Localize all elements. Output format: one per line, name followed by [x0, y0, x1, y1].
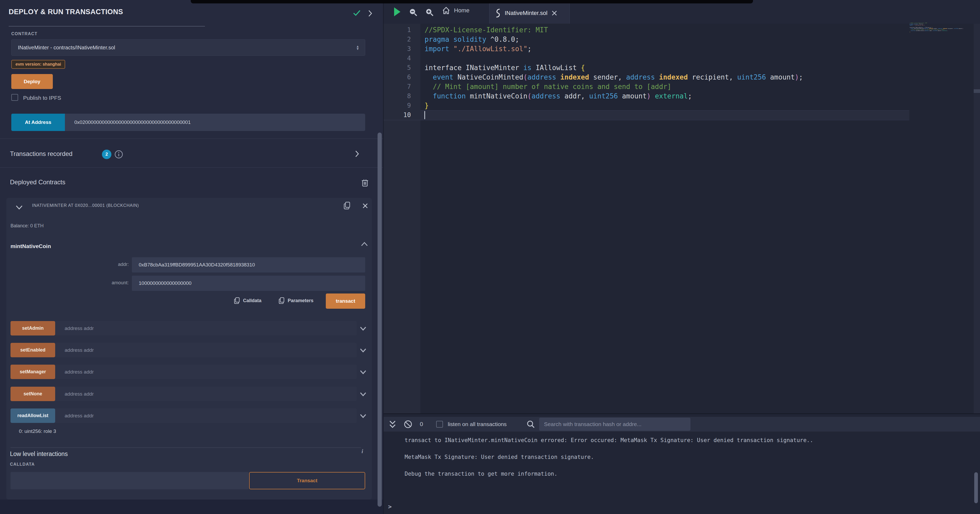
solidity-file-icon [494, 8, 501, 18]
code-area[interactable]: //SPDX-License-Identifier: MITpragma sol… [425, 25, 803, 120]
zoom-out-icon[interactable] [409, 8, 418, 17]
terminal-message: MetaMask Tx Signature: User denied trans… [405, 454, 594, 460]
low-level-divider [11, 447, 361, 448]
home-icon [442, 6, 450, 15]
transactions-count-badge[interactable]: 2 [102, 150, 111, 159]
open-function-name: mintNativeCoin [11, 243, 51, 249]
tab-home[interactable]: Home [442, 6, 469, 15]
setmanager-expand-chevron-icon[interactable] [360, 370, 367, 374]
setnone-arg-input[interactable] [55, 387, 357, 401]
instance-title: INATIVEMINTER AT 0X020...00001 (BLOCKCHA… [32, 203, 139, 208]
transact-button[interactable]: transact [326, 293, 365, 309]
function-row-setmanager: setManager [11, 365, 357, 379]
readallowlist-button[interactable]: readAllowList [11, 408, 55, 423]
deployed-contracts-label: Deployed Contracts [10, 179, 65, 186]
setnone-expand-chevron-icon[interactable] [360, 392, 367, 397]
publish-ipfs-checkbox[interactable] [11, 94, 18, 101]
low-level-title: Low level interactions [10, 451, 68, 458]
copy-parameters-action[interactable]: Parameters [278, 297, 313, 305]
minimap[interactable]: //SPDX-License-Identifier: MITpragma sol… [910, 22, 973, 33]
deploy-run-panel: DEPLOY & RUN TRANSACTIONS CONTRACT INati… [0, 0, 383, 514]
setmanager-button[interactable]: setManager [11, 365, 55, 379]
text-cursor [424, 111, 425, 119]
tab-close-icon[interactable] [551, 10, 557, 16]
compile-success-check-icon [352, 9, 361, 17]
contract-label: CONTRACT [11, 32, 37, 36]
transactions-recorded-label: Transactions recorded [10, 150, 73, 157]
panel-title: DEPLOY & RUN TRANSACTIONS [9, 8, 123, 16]
low-level-info-icon[interactable]: i [361, 448, 363, 455]
listen-all-label: listen on all transactions [448, 421, 507, 427]
remove-instance-close-icon[interactable] [362, 203, 368, 209]
function-row-readallowlist: readAllowList [11, 408, 357, 423]
amount-field-input[interactable] [132, 276, 365, 291]
clear-block-icon[interactable] [404, 420, 412, 429]
setnone-button[interactable]: setNone [11, 387, 55, 401]
at-address-input[interactable] [65, 114, 365, 131]
trash-icon[interactable] [361, 178, 369, 187]
instance-balance: Balance: 0 ETH [11, 223, 44, 228]
instance-collapse-chevron-icon[interactable] [15, 205, 23, 210]
addr-field-label: addr: [75, 262, 129, 267]
low-level-calldata-input[interactable] [11, 472, 248, 489]
addr-field-input[interactable] [132, 257, 365, 273]
contract-select[interactable]: INativeMinter - contracts/INativeMinter.… [11, 40, 365, 56]
readallowlist-output: 0: uint256: role 3 [19, 428, 56, 434]
copy-calldata-action[interactable]: Calldata [234, 297, 261, 305]
copy-icon [278, 297, 285, 305]
at-address-button[interactable]: At Address [11, 114, 65, 131]
low-level-calldata-label: CALLDATA [10, 462, 35, 467]
select-stepper-icon: ▴▾ [356, 45, 359, 50]
listen-all-checkbox[interactable] [436, 421, 443, 428]
contract-selected-value: INativeMinter - contracts/INativeMinter.… [18, 44, 115, 51]
setenabled-arg-input[interactable] [55, 343, 357, 357]
deployed-contract-card: INATIVEMINTER AT 0X020...00001 (BLOCKCHA… [6, 198, 372, 500]
terminal-scrollbar[interactable] [974, 472, 978, 503]
evm-version-badge: evm version: shanghai [11, 60, 65, 69]
tab-home-label: Home [454, 7, 469, 14]
run-script-play-icon[interactable] [393, 7, 401, 17]
terminal-toolbar: 0 listen on all transactions [383, 417, 980, 432]
title-underline [9, 26, 205, 27]
code-editor: Home INativeMinter.sol 12345678910 //SPD… [383, 0, 980, 414]
parameters-action-label: Parameters [288, 298, 313, 303]
deploy-button[interactable]: Deploy [11, 74, 53, 89]
low-level-transact-button[interactable]: Transact [249, 472, 365, 489]
terminal-search-input[interactable] [539, 418, 690, 431]
editor-scrollbar-lane[interactable] [974, 24, 980, 414]
setadmin-button[interactable]: setAdmin [11, 321, 55, 335]
function-row-setenabled: setEnabled [11, 343, 357, 357]
function-row-setnone: setNone [11, 387, 357, 401]
setadmin-arg-input[interactable] [55, 321, 357, 335]
panel-collapse-chevron-icon[interactable] [367, 10, 373, 17]
panel-bottom-strip [0, 500, 383, 514]
line-numbers[interactable]: 12345678910 [383, 25, 420, 120]
setenabled-button[interactable]: setEnabled [11, 343, 55, 357]
tab-inativeminter[interactable]: INativeMinter.sol [489, 2, 570, 24]
search-icon [527, 420, 535, 428]
tab-inativeminter-label: INativeMinter.sol [505, 10, 547, 17]
terminal-prompt[interactable]: > [388, 503, 392, 510]
editor-scrollbar-handle[interactable] [974, 89, 980, 93]
copy-address-icon[interactable] [343, 201, 351, 210]
calldata-action-label: Calldata [243, 298, 261, 303]
panel-scrollbar[interactable] [377, 133, 382, 507]
readallowlist-expand-chevron-icon[interactable] [360, 414, 367, 419]
setmanager-arg-input[interactable] [55, 365, 357, 379]
setenabled-expand-chevron-icon[interactable] [360, 348, 367, 353]
amount-field-label: amount: [75, 280, 129, 286]
transactions-expand-chevron-icon[interactable] [354, 150, 360, 158]
zoom-in-icon[interactable] [425, 8, 434, 17]
setadmin-expand-chevron-icon[interactable] [360, 326, 367, 331]
editor-tabbar: Home INativeMinter.sol [383, 0, 980, 24]
function-collapse-chevron-up-icon[interactable] [361, 241, 368, 247]
readallowlist-arg-input[interactable] [55, 408, 357, 423]
copy-icon [234, 297, 240, 305]
terminal-message: transact to INativeMinter.mintNativeCoin… [405, 437, 813, 443]
terminal-message: Debug the transaction to get more inform… [405, 471, 557, 477]
info-icon[interactable] [115, 150, 123, 159]
remix-ide-window: DEPLOY & RUN TRANSACTIONS CONTRACT INati… [0, 0, 980, 514]
pending-tx-count: 0 [420, 421, 423, 428]
terminal: 0 listen on all transactions transact to… [383, 414, 980, 514]
double-chevron-down-icon[interactable] [388, 419, 397, 429]
